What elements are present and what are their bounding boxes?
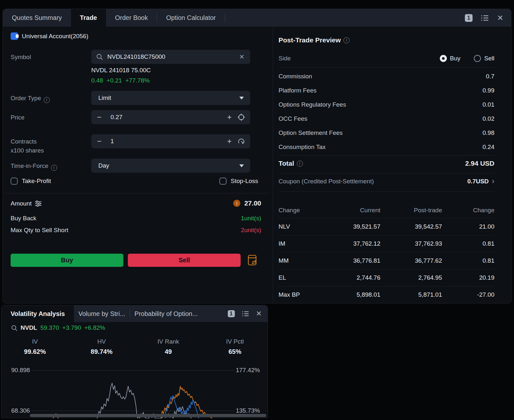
divider — [279, 155, 494, 156]
volatility-panel: Volatility Analysis Volume by Stri... Pr… — [1, 305, 268, 418]
chart-symbol[interactable]: NVDL — [21, 324, 37, 331]
transfer-funds-icon[interactable] — [248, 255, 257, 266]
table-row: NLV39,521.5739,542.5721.00 — [279, 218, 494, 235]
tab-option-calculator[interactable]: Option Calculator — [157, 9, 225, 27]
chart-quote-change: +3.790 — [62, 324, 81, 331]
info-icon[interactable]: i — [297, 161, 303, 167]
fee-row: Commission0.7 — [279, 69, 494, 83]
buy-back-label: Buy Back — [11, 215, 36, 222]
table-header: ChangeCurrentPost-tradeChange — [279, 203, 494, 218]
account-name[interactable]: Universal Account(2056) — [22, 33, 88, 40]
price-value[interactable]: 0.27 — [111, 114, 122, 121]
list-icon[interactable] — [242, 311, 249, 317]
window-count-badge[interactable]: 1 — [465, 14, 473, 22]
contracts-decrease-button[interactable]: − — [91, 137, 107, 145]
multiplier-note: x100 shares — [11, 147, 44, 154]
take-profit-label: Take-Profit — [22, 178, 51, 185]
chevron-down-icon — [239, 97, 244, 100]
chart-quote-price: 59.370 — [40, 324, 59, 331]
tab-separator — [225, 14, 225, 22]
close-icon[interactable]: ✕ — [497, 14, 503, 22]
max-short-value[interactable]: 2unit(s) — [241, 227, 261, 234]
take-profit-checkbox[interactable] — [11, 178, 18, 185]
tab-probability-of-option[interactable]: Probability of Option... — [130, 305, 202, 322]
trade-window-tabbar: Quotes Summary Trade Order Book Option C… — [3, 9, 511, 27]
total-value: 2.94 USD — [465, 160, 494, 167]
amount-settings-icon[interactable] — [35, 200, 42, 207]
info-icon[interactable]: i — [51, 165, 57, 171]
quote-change-pct: +77.78% — [125, 77, 150, 84]
chart-quote-change-pct: +6.82% — [84, 324, 105, 331]
contract-name: NVDL 241018 75.00C — [91, 67, 151, 74]
position-gauge-icon[interactable] — [237, 137, 245, 145]
divider — [279, 191, 494, 192]
side-sell-label: Sell — [484, 55, 494, 62]
sell-button[interactable]: Sell — [128, 254, 241, 267]
divider — [279, 173, 494, 173]
stat-iv: IV99.62% — [2, 338, 68, 355]
table-row: IM37,762.1237,762.930.81 — [279, 235, 494, 252]
max-short-label: Max Qty to Sell Short — [11, 227, 68, 234]
buy-back-value[interactable]: 1unit(s) — [241, 215, 261, 222]
symbol-label: Symbol — [11, 54, 31, 61]
price-decrease-button[interactable]: − — [91, 113, 107, 121]
volatility-chart-svg — [2, 366, 268, 418]
coupon-row[interactable]: Coupon (Credited Post-Settlement) 0.7USD… — [279, 178, 494, 185]
contracts-label: Contracts — [11, 138, 37, 145]
fees-list: Commission0.7 Platform Fees0.99 Options … — [279, 69, 494, 154]
target-price-icon[interactable] — [237, 113, 245, 121]
stat-hv: HV89.74% — [68, 338, 135, 355]
quote-change: +0.21 — [107, 77, 122, 84]
account-icon — [11, 32, 18, 40]
side-buy-label: Buy — [450, 55, 461, 62]
side-label: Side — [279, 55, 291, 62]
price-increase-button[interactable]: + — [221, 113, 237, 121]
fee-row: Options Regulatory Fees0.01 — [279, 98, 494, 112]
clear-icon[interactable]: ✕ — [239, 53, 250, 61]
table-row: Max BP5,898.015,871.01-27.00 — [279, 286, 494, 303]
quote-price: 0.48 — [91, 77, 103, 84]
amount-value: 27.00 — [244, 199, 261, 207]
tab-order-book[interactable]: Order Book — [106, 9, 157, 27]
side-sell-option[interactable]: Sell — [474, 55, 494, 62]
order-form: Universal Account(2056) Symbol NVDL24101… — [3, 27, 273, 303]
buy-button[interactable]: Buy — [11, 254, 123, 267]
contracts-increase-button[interactable]: + — [221, 137, 237, 145]
stat-iv-rank: IV Rank49 — [135, 338, 202, 355]
tab-trade[interactable]: Trade — [71, 9, 106, 27]
info-icon[interactable]: i — [44, 97, 50, 103]
search-icon[interactable] — [11, 325, 17, 331]
chevron-down-icon — [239, 164, 244, 167]
amount-warning-icon[interactable]: ! — [233, 200, 240, 207]
tif-select[interactable]: Day — [91, 159, 250, 173]
panel-count-badge[interactable]: 1 — [228, 310, 235, 317]
tab-volume-by-strike[interactable]: Volume by Stri... — [74, 305, 130, 322]
series-underlying-price — [97, 383, 191, 418]
table-row: MM36,776.8136,777.620.81 — [279, 252, 494, 269]
tab-volatility-analysis[interactable]: Volatility Analysis — [2, 305, 74, 322]
tif-value: Day — [91, 162, 109, 169]
stop-loss-checkbox[interactable] — [219, 178, 226, 185]
price-label: Price — [11, 114, 24, 121]
table-row: EL2,744.762,764.9520.19 — [279, 269, 494, 286]
contract-quote: 0.48 +0.21 +77.78% — [91, 77, 150, 84]
contracts-value[interactable]: 1 — [111, 138, 114, 145]
post-trade-preview: Post-Trade Preview i Side Buy Sell Commi… — [273, 27, 511, 303]
radio-selected-icon — [440, 55, 447, 62]
side-buy-option[interactable]: Buy — [440, 55, 461, 62]
total-label: Total — [279, 160, 294, 167]
symbol-input[interactable]: NVDL241018C75000 ✕ — [91, 50, 250, 64]
volatility-panel-tabbar: Volatility Analysis Volume by Stri... Pr… — [2, 305, 268, 322]
order-type-select[interactable]: Limit — [91, 91, 250, 105]
stop-loss-label: Stop-Loss — [231, 178, 258, 185]
coupon-label: Coupon (Credited Post-Settlement) — [279, 178, 374, 185]
list-icon[interactable] — [481, 15, 489, 21]
search-icon — [96, 54, 103, 60]
fee-row: OCC Fees0.02 — [279, 112, 494, 126]
radio-unselected-icon — [474, 55, 481, 62]
chart-scrollbar[interactable] — [30, 414, 266, 417]
info-icon[interactable]: i — [343, 37, 350, 43]
fee-row: Consumption Tax0.24 — [279, 140, 494, 154]
close-icon[interactable]: ✕ — [256, 310, 262, 317]
tab-quotes-summary[interactable]: Quotes Summary — [3, 9, 71, 27]
